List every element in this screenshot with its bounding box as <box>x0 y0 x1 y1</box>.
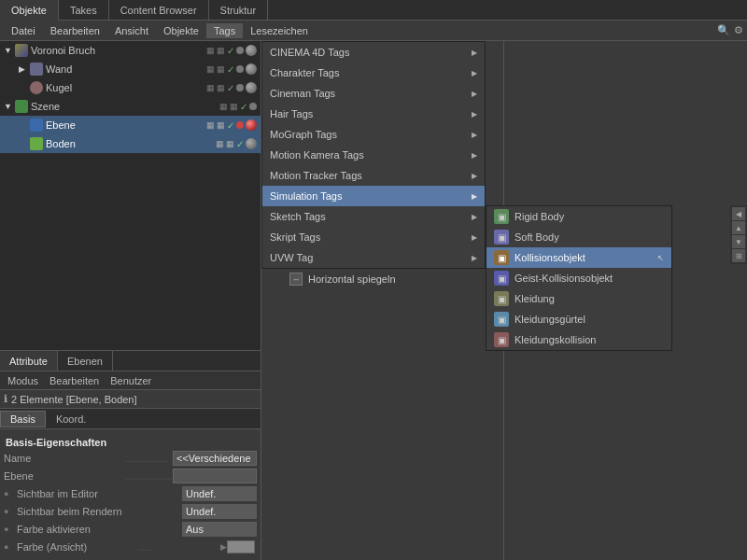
attr-menu-modus[interactable]: Modus <box>4 375 42 386</box>
settings-icon[interactable]: ⚙ <box>734 24 743 36</box>
menu-ansicht[interactable]: Ansicht <box>107 23 156 38</box>
tab-ebenen[interactable]: Ebenen <box>58 351 113 371</box>
cmd-horizontal[interactable]: ↔ Horizontal spiegeln <box>261 269 503 289</box>
dd-arrow-mograph: ▶ <box>472 131 477 139</box>
attr-menu-benutzer[interactable]: Benutzer <box>106 375 155 386</box>
dd-cineman[interactable]: Cineman Tags ▶ <box>262 83 485 104</box>
dd-label-uvw: UVW Tag <box>270 252 313 263</box>
tool-icon-4[interactable]: ⊞ <box>732 249 745 262</box>
dd-charakter[interactable]: Charakter Tags ▶ <box>262 63 485 83</box>
dd-arrow-cineman: ▶ <box>472 90 477 98</box>
tree-icons-szene: ▦ ▦ ✓ <box>219 102 257 112</box>
sim-label-kollision: Kollisionsobjekt <box>514 252 585 263</box>
icon-check: ✓ <box>227 46 234 56</box>
sphere-vis-k <box>246 82 257 93</box>
attr-input-name[interactable] <box>173 451 257 466</box>
sim-kleidungskoll[interactable]: ▣ Kleidungskollision <box>486 329 671 350</box>
sim-icon-kleidungsguert: ▣ <box>494 312 509 327</box>
sim-label-kleidungskoll: Kleidungskollision <box>514 334 596 345</box>
attr-row-sichtbar-render: ● Sichtbar beim Rendern Undef. <box>4 503 257 520</box>
tool-icon-3[interactable]: ▼ <box>732 235 745 248</box>
tree-icon-wand <box>30 63 43 76</box>
dot-vis-s <box>249 103 257 110</box>
tab-takes[interactable]: Takes <box>59 0 109 21</box>
tree-arrow-wand[interactable]: ▶ <box>19 64 30 74</box>
attr-sub-tab-basis[interactable]: Basis <box>0 411 46 427</box>
attr-value-sichtbar-render[interactable]: Undef. <box>182 504 257 519</box>
dd-mograph[interactable]: MoGraph Tags ▶ <box>262 124 485 145</box>
attr-value-sichtbar-editor[interactable]: Undef. <box>182 486 257 501</box>
attr-icon-sichtbar: ● <box>4 489 17 498</box>
dd-label-motion-tracker: Motion Tracker Tags <box>270 170 362 181</box>
dd-label-motion-kamera: Motion Kamera Tags <box>270 149 364 161</box>
attr-menu-bar: Modus Bearbeiten Benutzer <box>0 371 261 390</box>
tool-icon-2[interactable]: ▲ <box>732 221 745 234</box>
attr-icon-farbe: ● <box>4 525 17 534</box>
sim-label-rigid: Rigid Body <box>514 211 564 222</box>
dd-label-cinema4d: CINEMA 4D Tags <box>270 47 349 58</box>
tab-content-browser[interactable]: Content Browser <box>109 0 209 21</box>
attr-input-ebene[interactable] <box>173 469 257 483</box>
tree-item-voronoi[interactable]: ▼ Voronoi Bruch ▦ ▦ ✓ <box>0 41 261 60</box>
sim-kollision[interactable]: ▣ Kollisionsobjekt ↖ <box>486 247 671 268</box>
tree-icons-ebene: ▦ ▦ ✓ <box>206 119 257 131</box>
menu-objekte[interactable]: Objekte <box>156 23 206 38</box>
menu-lesezeichen[interactable]: Lesezeichen <box>243 23 316 38</box>
tree-icon-boden <box>30 137 43 150</box>
dd-hair[interactable]: Hair Tags ▶ <box>262 104 485 124</box>
tree-icon-szene <box>15 100 28 113</box>
attr-arrow-farbe: ▶ <box>220 542 227 552</box>
dd-arrow-sketch: ▶ <box>472 213 477 221</box>
tree-item-ebene[interactable]: Ebene ▦ ▦ ✓ <box>0 116 261 134</box>
tree-item-wand[interactable]: ▶ Wand ▦ ▦ ✓ <box>0 60 261 78</box>
sim-geist[interactable]: ▣ Geist-Kollisionsobjekt <box>486 268 671 288</box>
menu-datei[interactable]: Datei <box>4 23 43 38</box>
tab-struktur[interactable]: Struktur <box>209 0 269 21</box>
dd-arrow-skript: ▶ <box>472 233 477 242</box>
attr-content: Basis-Eigenschaften Name ...............… <box>0 429 261 560</box>
tree-icon-voronoi <box>15 44 28 57</box>
sim-kleidungsguert[interactable]: ▣ Kleidungsgürtel <box>486 309 671 329</box>
right-tool-icons: ◀ ▲ ▼ ⊞ <box>730 205 747 264</box>
tree-expand-voronoi[interactable]: ▼ <box>4 46 15 55</box>
dd-simulation[interactable]: Simulation Tags ▶ <box>262 186 485 206</box>
menu-tags[interactable]: Tags <box>206 23 243 38</box>
tab-objekte[interactable]: Objekte <box>0 0 59 21</box>
icon-grid-w: ▦ <box>206 64 215 74</box>
tree-item-boden[interactable]: Boden ▦ ▦ ✓ <box>0 134 261 153</box>
dd-skript[interactable]: Skript Tags ▶ <box>262 227 485 247</box>
icon-check-k: ✓ <box>227 83 234 93</box>
attr-icon-sichtbar-r: ● <box>4 507 17 516</box>
sim-label-soft: Soft Body <box>514 231 559 243</box>
sphere-vis-e <box>246 119 257 131</box>
dd-label-charakter: Charakter Tags <box>270 67 339 78</box>
menu-bearbeiten[interactable]: Bearbeiten <box>43 23 107 38</box>
tree-expand-szene[interactable]: ▼ <box>4 102 15 111</box>
tree-item-szene[interactable]: ▼ Szene ▦ ▦ ✓ <box>0 97 261 116</box>
attr-menu-bearbeiten[interactable]: Bearbeiten <box>46 375 103 386</box>
attr-label-name: Name <box>4 453 125 464</box>
top-tab-bar: Objekte Takes Content Browser Struktur <box>0 0 747 21</box>
tab-attribute[interactable]: Attribute <box>0 351 58 371</box>
tool-icon-1[interactable]: ◀ <box>732 207 745 220</box>
sim-kleidung[interactable]: ▣ Kleidung <box>486 288 671 309</box>
dd-arrow-cinema4d: ▶ <box>472 49 477 57</box>
sim-icon-geist: ▣ <box>494 271 509 286</box>
sim-soft-body[interactable]: ▣ Soft Body <box>486 227 671 247</box>
search-icon[interactable]: 🔍 <box>717 24 730 36</box>
dd-motion-tracker[interactable]: Motion Tracker Tags ▶ <box>262 165 485 186</box>
attr-color-swatch[interactable] <box>227 540 255 553</box>
attr-value-farbe-aktiv[interactable]: Aus <box>182 522 257 537</box>
dd-uvw[interactable]: UVW Tag ▶ <box>262 247 485 268</box>
attr-icon-farbe-a: ● <box>4 542 17 552</box>
tree-item-kugel[interactable]: Kugel ▦ ▦ ✓ <box>0 78 261 97</box>
sim-rigid-body[interactable]: ▣ Rigid Body <box>486 206 671 227</box>
dd-sketch[interactable]: Sketch Tags ▶ <box>262 206 485 227</box>
dot-vis <box>236 47 244 54</box>
dd-motion-kamera[interactable]: Motion Kamera Tags ▶ <box>262 145 485 165</box>
left-panel: ▼ Voronoi Bruch ▦ ▦ ✓ ▶ Wand ▦ <box>0 41 261 560</box>
dd-cinema4d[interactable]: CINEMA 4D Tags ▶ <box>262 42 485 63</box>
attr-sub-tab-koord[interactable]: Koord. <box>46 411 96 427</box>
dd-label-simulation: Simulation Tags <box>270 190 342 202</box>
icon-grid-k: ▦ <box>206 83 215 92</box>
